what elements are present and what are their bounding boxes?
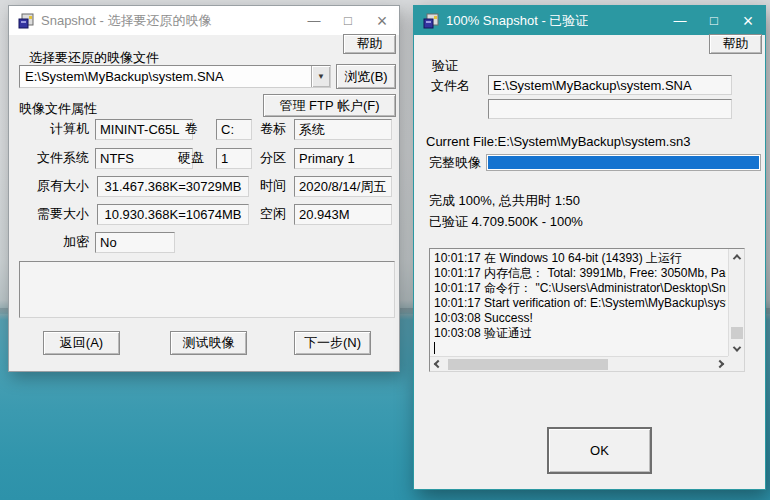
vertical-scroll-thumb[interactable]	[731, 327, 743, 339]
log-line: 10:01:17 Start verification of: E:\Syste…	[434, 296, 726, 311]
vol-name-value: 系统	[294, 119, 392, 140]
log-line: 10:01:17 在 Windows 10 64-bit (14393) 上运行	[434, 251, 726, 266]
need-size-value: 10.930.368K=10674MB	[97, 204, 249, 225]
text-caret	[434, 342, 435, 354]
snapshot-app-icon	[18, 13, 34, 29]
log-line: 10:01:17 命令行： "C:\Users\Administrator\De…	[434, 281, 726, 296]
verify-dialog-title: 100% Snapshot - 已验证	[446, 12, 588, 30]
filename-value-2	[488, 99, 732, 119]
log-line: 10:01:17 内存信息： Total: 3991Mb, Free: 3050…	[434, 266, 726, 281]
log-lines: 10:01:17 在 Windows 10 64-bit (14393) 上运行…	[434, 251, 726, 354]
free-value: 20.943M	[294, 204, 392, 225]
computer-label: 计算机	[9, 118, 89, 139]
image-path-value: E:\System\MyBackup\system.SNA	[20, 69, 311, 84]
verify-label: 验证	[432, 55, 458, 76]
scroll-right-icon[interactable]	[712, 357, 728, 372]
horizontal-scroll-thumb[interactable]	[448, 359, 608, 370]
verification-log[interactable]: 10:01:17 在 Windows 10 64-bit (14393) 上运行…	[429, 248, 745, 372]
vol-name-label: 卷标	[255, 118, 291, 139]
scrollbar-corner	[728, 356, 744, 371]
browse-button[interactable]: 浏览(B)	[336, 64, 396, 89]
progress-label: 完整映像	[429, 152, 481, 173]
disk-label: 硬盘	[167, 147, 215, 168]
free-label: 空闲	[255, 203, 291, 224]
back-button[interactable]: 返回(A)	[43, 331, 120, 355]
close-icon[interactable]: ×	[731, 6, 765, 35]
restore-dialog-title: Snapshot - 选择要还原的映像	[41, 12, 212, 30]
image-path-combobox[interactable]: E:\System\MyBackup\system.SNA ▼	[19, 65, 331, 88]
disk-value: 1	[216, 148, 252, 169]
encrypt-value: No	[95, 232, 175, 253]
test-image-button[interactable]: 测试映像	[170, 331, 247, 355]
help-button[interactable]: 帮助	[343, 34, 396, 54]
volume-value: C:	[216, 119, 252, 140]
partition-label: 分区	[255, 147, 291, 168]
status-verified: 已验证 4.709.500K - 100%	[429, 211, 583, 232]
time-label: 时间	[255, 175, 291, 196]
scroll-up-icon[interactable]	[729, 249, 745, 264]
log-line: 10:03:08 验证通过	[434, 326, 726, 341]
verify-progress-fill	[488, 156, 759, 169]
encrypt-label: 加密	[9, 231, 89, 252]
snapshot-app-icon	[423, 13, 439, 29]
manage-ftp-button[interactable]: 管理 FTP 帐户(F)	[263, 94, 396, 117]
log-line: 10:03:08 Success!	[434, 311, 726, 326]
next-button[interactable]: 下一步(N)	[294, 331, 371, 355]
orig-size-value: 31.467.368K=30729MB	[97, 176, 249, 197]
help-button[interactable]: 帮助	[709, 34, 762, 54]
maximize-icon: □	[331, 6, 365, 35]
verify-dialog: 100% Snapshot - 已验证 — □ × 帮助 验证 文件名 E:\S…	[413, 5, 766, 490]
chevron-down-icon[interactable]: ▼	[311, 66, 330, 87]
ok-button[interactable]: OK	[547, 427, 652, 474]
need-size-label: 需要大小	[9, 203, 89, 224]
vertical-scrollbar[interactable]	[728, 249, 744, 356]
scroll-left-icon[interactable]	[430, 357, 446, 372]
orig-size-label: 原有大小	[9, 175, 89, 196]
scroll-down-icon[interactable]	[729, 341, 745, 356]
maximize-icon: □	[697, 6, 731, 35]
horizontal-scrollbar[interactable]	[430, 356, 728, 371]
properties-label: 映像文件属性	[19, 98, 97, 119]
volume-label: 卷	[167, 118, 215, 139]
minimize-icon[interactable]: —	[663, 6, 697, 35]
restore-dialog-titlebar[interactable]: Snapshot - 选择要还原的映像 — □ ×	[9, 6, 399, 35]
status-completed: 完成 100%, 总共用时 1:50	[429, 190, 580, 211]
verify-dialog-titlebar[interactable]: 100% Snapshot - 已验证 — □ ×	[414, 6, 765, 35]
filename-label: 文件名	[431, 75, 470, 96]
partition-value: Primary 1	[294, 148, 392, 169]
restore-image-dialog: Snapshot - 选择要还原的映像 — □ × 帮助 选择要还原的映像文件 …	[8, 5, 400, 372]
minimize-icon[interactable]: —	[297, 6, 331, 35]
filename-value: E:\System\MyBackup\system.SNA	[488, 75, 732, 95]
verify-progress-bar	[486, 154, 761, 171]
close-icon[interactable]: ×	[365, 6, 399, 35]
filesystem-label: 文件系统	[9, 147, 89, 168]
description-listbox[interactable]	[19, 261, 395, 318]
time-value: 2020/8/14/周五	[294, 176, 392, 197]
current-file-text: Current File:E:\System\MyBackup\system.s…	[426, 131, 690, 152]
